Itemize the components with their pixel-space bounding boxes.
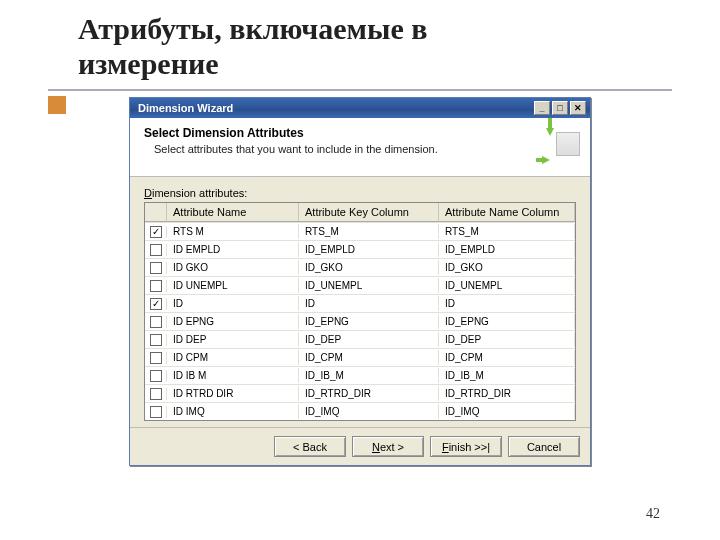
table-row[interactable]: IDIDID: [145, 294, 575, 312]
row-checkbox-cell: [145, 406, 167, 418]
row-attribute-key: ID_EPNG: [299, 314, 439, 329]
table-row[interactable]: ID UNEMPLID_UNEMPLID_UNEMPL: [145, 276, 575, 294]
row-attribute-namecol: ID: [439, 296, 575, 311]
row-checkbox-cell: [145, 352, 167, 364]
attributes-grid: Attribute Name Attribute Key Column Attr…: [144, 202, 576, 421]
wizard-step-title: Select Dimension Attributes: [144, 126, 532, 140]
row-attribute-namecol: ID_IMQ: [439, 404, 575, 419]
row-checkbox-cell: [145, 262, 167, 274]
slide-title-line1: Атрибуты, включаемые в: [78, 12, 427, 45]
page-number: 42: [646, 506, 660, 522]
finish-button[interactable]: Finish >>|: [430, 436, 502, 457]
title-underline: [48, 89, 672, 91]
window-title: Dimension Wizard: [138, 102, 233, 114]
row-attribute-name: ID EMPLD: [167, 242, 299, 257]
row-attribute-name: ID IB M: [167, 368, 299, 383]
row-attribute-namecol: ID_IB_M: [439, 368, 575, 383]
cancel-button[interactable]: Cancel: [508, 436, 580, 457]
row-checkbox[interactable]: [150, 406, 162, 418]
row-attribute-key: ID: [299, 296, 439, 311]
column-header-checkbox[interactable]: [145, 203, 167, 222]
row-checkbox-cell: [145, 370, 167, 382]
row-attribute-name: ID GKO: [167, 260, 299, 275]
table-row[interactable]: ID DEPID_DEPID_DEP: [145, 330, 575, 348]
row-checkbox[interactable]: [150, 352, 162, 364]
row-checkbox-cell: [145, 244, 167, 256]
row-attribute-key: ID_UNEMPL: [299, 278, 439, 293]
dimension-wizard-window: Dimension Wizard _ □ ✕ Select Dimension …: [129, 97, 591, 466]
wizard-button-row: < Back Next > Finish >>| Cancel: [130, 427, 590, 465]
back-button[interactable]: < Back: [274, 436, 346, 457]
table-row[interactable]: ID IB MID_IB_MID_IB_M: [145, 366, 575, 384]
minimize-button[interactable]: _: [534, 101, 550, 115]
grid-header-row: Attribute Name Attribute Key Column Attr…: [145, 203, 575, 222]
table-row[interactable]: ID CPMID_CPMID_CPM: [145, 348, 575, 366]
column-header-name[interactable]: Attribute Name: [167, 203, 299, 222]
row-attribute-name: ID IMQ: [167, 404, 299, 419]
row-checkbox[interactable]: [150, 370, 162, 382]
row-checkbox-cell: [145, 298, 167, 310]
row-checkbox[interactable]: [150, 244, 162, 256]
row-checkbox[interactable]: [150, 226, 162, 238]
row-attribute-name: ID EPNG: [167, 314, 299, 329]
row-attribute-namecol: ID_CPM: [439, 350, 575, 365]
next-button[interactable]: Next >: [352, 436, 424, 457]
row-checkbox-cell: [145, 388, 167, 400]
table-row[interactable]: ID IMQID_IMQID_IMQ: [145, 402, 575, 420]
maximize-button[interactable]: □: [552, 101, 568, 115]
row-attribute-name: ID DEP: [167, 332, 299, 347]
grid-label: Dimension attributes:: [144, 187, 576, 199]
table-row[interactable]: ID EPNGID_EPNGID_EPNG: [145, 312, 575, 330]
row-checkbox[interactable]: [150, 262, 162, 274]
row-attribute-name: ID RTRD DIR: [167, 386, 299, 401]
row-attribute-key: ID_GKO: [299, 260, 439, 275]
table-row[interactable]: ID EMPLDID_EMPLDID_EMPLD: [145, 240, 575, 258]
wizard-header: Select Dimension Attributes Select attri…: [130, 118, 590, 177]
row-attribute-name: RTS M: [167, 224, 299, 239]
row-attribute-key: ID_IB_M: [299, 368, 439, 383]
row-attribute-namecol: ID_UNEMPL: [439, 278, 575, 293]
row-checkbox-cell: [145, 280, 167, 292]
slide-title-line2: измерение: [78, 47, 219, 80]
column-header-namecol[interactable]: Attribute Name Column: [439, 203, 575, 222]
row-attribute-name: ID UNEMPL: [167, 278, 299, 293]
titlebar: Dimension Wizard _ □ ✕: [130, 98, 590, 118]
row-checkbox[interactable]: [150, 334, 162, 346]
row-checkbox[interactable]: [150, 316, 162, 328]
row-checkbox[interactable]: [150, 388, 162, 400]
row-attribute-key: ID_DEP: [299, 332, 439, 347]
row-attribute-namecol: ID_GKO: [439, 260, 575, 275]
row-attribute-key: RTS_M: [299, 224, 439, 239]
slide-title: Атрибуты, включаемые в измерение: [0, 0, 720, 89]
row-attribute-namecol: ID_EMPLD: [439, 242, 575, 257]
row-attribute-namecol: ID_RTRD_DIR: [439, 386, 575, 401]
row-attribute-key: ID_RTRD_DIR: [299, 386, 439, 401]
row-attribute-namecol: ID_DEP: [439, 332, 575, 347]
close-button[interactable]: ✕: [570, 101, 586, 115]
dimension-icon: [540, 126, 580, 166]
row-attribute-name: ID: [167, 296, 299, 311]
accent-square: [48, 96, 66, 114]
row-checkbox-cell: [145, 316, 167, 328]
row-attribute-name: ID CPM: [167, 350, 299, 365]
table-row[interactable]: RTS MRTS_MRTS_M: [145, 222, 575, 240]
column-header-key[interactable]: Attribute Key Column: [299, 203, 439, 222]
row-checkbox-cell: [145, 334, 167, 346]
row-checkbox-cell: [145, 226, 167, 238]
row-checkbox[interactable]: [150, 280, 162, 292]
table-row[interactable]: ID GKOID_GKOID_GKO: [145, 258, 575, 276]
row-attribute-key: ID_EMPLD: [299, 242, 439, 257]
row-attribute-key: ID_CPM: [299, 350, 439, 365]
row-attribute-namecol: RTS_M: [439, 224, 575, 239]
wizard-step-subtitle: Select attributes that you want to inclu…: [144, 143, 532, 155]
row-attribute-namecol: ID_EPNG: [439, 314, 575, 329]
row-attribute-key: ID_IMQ: [299, 404, 439, 419]
table-row[interactable]: ID RTRD DIRID_RTRD_DIRID_RTRD_DIR: [145, 384, 575, 402]
row-checkbox[interactable]: [150, 298, 162, 310]
